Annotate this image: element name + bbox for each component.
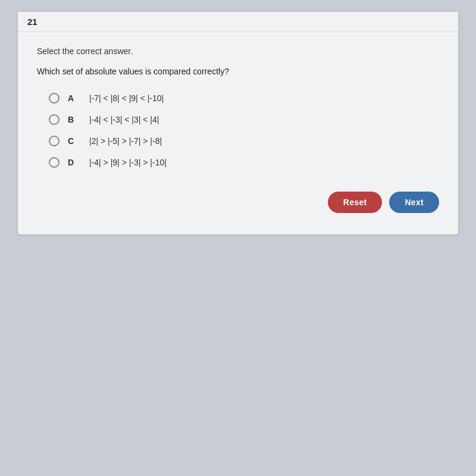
option-row-b: B |-4| < |-3| < |3| < |4| xyxy=(49,114,439,125)
option-row-d: D |-4| > |9| > |-3| > |-10| xyxy=(49,157,439,168)
buttons-row: Reset Next xyxy=(37,192,439,218)
radio-d[interactable] xyxy=(49,157,60,168)
option-text-c: |2| > |-5| > |-7| > |-8| xyxy=(89,136,162,146)
option-text-b: |-4| < |-3| < |3| < |4| xyxy=(89,115,159,124)
options-list: A |-7| < |8| < |9| < |-10| B |-4| < |-3|… xyxy=(49,93,439,168)
radio-a[interactable] xyxy=(49,93,60,104)
reset-button[interactable]: Reset xyxy=(328,192,383,213)
question-card: 21 Select the correct answer. Which set … xyxy=(18,12,458,234)
option-label-a: A xyxy=(68,93,81,103)
option-text-d: |-4| > |9| > |-3| > |-10| xyxy=(89,158,167,167)
radio-c[interactable] xyxy=(49,136,60,146)
question-text: Which set of absolute values is compared… xyxy=(37,67,439,76)
question-number: 21 xyxy=(18,12,458,32)
question-number-text: 21 xyxy=(27,17,37,27)
option-row-c: C |2| > |-5| > |-7| > |-8| xyxy=(49,136,439,146)
option-label-c: C xyxy=(68,136,81,146)
card-body: Select the correct answer. Which set of … xyxy=(18,32,458,234)
option-text-a: |-7| < |8| < |9| < |-10| xyxy=(89,93,164,103)
option-label-b: B xyxy=(68,115,81,124)
radio-b[interactable] xyxy=(49,114,60,125)
option-label-d: D xyxy=(68,158,81,167)
instruction-text: Select the correct answer. xyxy=(37,46,439,56)
next-button[interactable]: Next xyxy=(389,192,439,213)
option-row-a: A |-7| < |8| < |9| < |-10| xyxy=(49,93,439,104)
